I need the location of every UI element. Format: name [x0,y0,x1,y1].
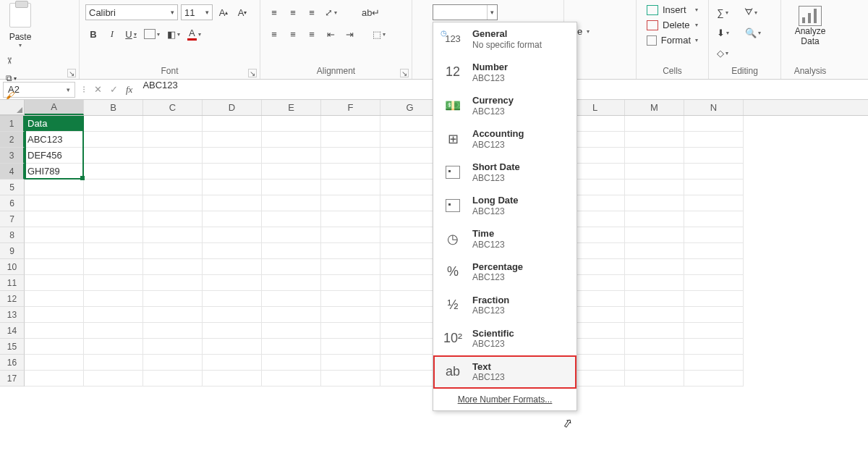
cell-F11[interactable] [321,275,380,291]
cell-D11[interactable] [203,275,262,291]
italic-button[interactable]: I [104,26,120,42]
number-format-option-currency[interactable]: 💵CurrencyABC123 [433,89,576,122]
clear-button[interactable]: ◇ [715,45,731,61]
font-color-button[interactable]: A [185,26,203,42]
cell-B10[interactable] [84,259,143,275]
cell-N15[interactable] [684,339,744,355]
cell-E9[interactable] [262,243,321,259]
cell-C6[interactable] [143,195,203,211]
cancel-edit-button[interactable]: ✕ [90,82,106,98]
cell-A12[interactable] [25,291,84,307]
cell-A10[interactable] [25,259,84,275]
cell-G6[interactable] [380,195,440,211]
cell-D17[interactable] [203,371,262,387]
font-dialog-launcher[interactable]: ↘ [248,69,257,77]
cell-A3[interactable]: DEF456 [25,148,84,164]
wrap-text-button[interactable]: ab↵ [359,4,382,20]
cell-M16[interactable] [625,355,684,371]
cell-N17[interactable] [684,371,744,387]
cell-C7[interactable] [143,211,203,227]
cell-B12[interactable] [84,291,143,307]
cell-C5[interactable] [143,180,203,195]
cell-N1[interactable] [684,116,744,132]
row-header-3[interactable]: 3 [0,148,25,164]
more-number-formats-link[interactable]: More Number Formats... [433,389,576,406]
cell-G1[interactable] [380,116,440,132]
row-header-15[interactable]: 15 [0,339,25,355]
row-header-9[interactable]: 9 [0,243,25,259]
cell-G17[interactable] [380,371,440,387]
cell-G3[interactable] [380,148,440,164]
align-right-button[interactable]: ≡ [304,26,320,42]
cell-E7[interactable] [262,211,321,227]
cell-B8[interactable] [84,227,143,243]
cell-N13[interactable] [684,307,744,323]
cell-A17[interactable] [25,371,84,387]
row-header-8[interactable]: 8 [0,227,25,243]
cell-B3[interactable] [84,148,143,164]
cell-F7[interactable] [321,211,380,227]
cell-F3[interactable] [321,148,380,164]
cell-G15[interactable] [380,339,440,355]
cell-F8[interactable] [321,227,380,243]
cell-M8[interactable] [625,227,684,243]
number-format-option-short-date[interactable]: Short DateABC123 [433,156,576,189]
row-header-12[interactable]: 12 [0,291,25,307]
cell-E15[interactable] [262,339,321,355]
row-header-17[interactable]: 17 [0,371,25,387]
cell-G11[interactable] [380,275,440,291]
underline-button[interactable]: U [123,26,139,42]
number-format-option-long-date[interactable]: Long DateABC123 [433,189,576,222]
find-select-button[interactable]: 🔍 [743,25,763,41]
cell-M1[interactable] [625,116,684,132]
cell-C9[interactable] [143,243,203,259]
cell-E5[interactable] [262,180,321,195]
cell-N7[interactable] [684,211,744,227]
cell-M17[interactable] [625,371,684,387]
number-format-option-number[interactable]: 12NumberABC123 [433,56,576,89]
number-format-option-accounting[interactable]: ⊞AccountingABC123 [433,122,576,156]
row-header-14[interactable]: 14 [0,323,25,339]
cell-G5[interactable] [380,180,440,195]
cell-M2[interactable] [625,132,684,148]
cell-A11[interactable] [25,275,84,291]
cell-B16[interactable] [84,355,143,371]
fx-icon[interactable]: fx [126,84,132,96]
cell-N11[interactable] [684,275,744,291]
cell-E2[interactable] [262,132,321,148]
cell-G2[interactable] [380,132,440,148]
cell-G14[interactable] [380,323,440,339]
cell-B11[interactable] [84,275,143,291]
cell-N16[interactable] [684,355,744,371]
cell-D15[interactable] [203,339,262,355]
number-format-option-text[interactable]: abTextABC123 [433,355,576,389]
cell-B6[interactable] [84,195,143,211]
cell-N12[interactable] [684,291,744,307]
cell-E1[interactable] [262,116,321,132]
cell-C10[interactable] [143,259,203,275]
row-header-5[interactable]: 5 [0,180,25,195]
cell-F17[interactable] [321,371,380,387]
cell-E14[interactable] [262,323,321,339]
column-header-E[interactable]: E [262,100,321,115]
cell-M10[interactable] [625,259,684,275]
align-top-button[interactable]: ≡ [266,4,282,20]
autosum-button[interactable]: ∑ [715,4,731,20]
delete-button[interactable]: Delete▾ [642,18,702,32]
column-header-B[interactable]: B [84,100,143,115]
align-bottom-button[interactable]: ≡ [304,4,320,20]
cell-E11[interactable] [262,275,321,291]
cell-E16[interactable] [262,355,321,371]
cell-E6[interactable] [262,195,321,211]
cell-G13[interactable] [380,307,440,323]
cell-N10[interactable] [684,259,744,275]
number-format-option-fraction[interactable]: ½FractionABC123 [433,289,576,322]
cell-C17[interactable] [143,371,203,387]
number-format-option-scientific[interactable]: 10²ScientificABC123 [433,322,576,355]
cell-E3[interactable] [262,148,321,164]
cell-C4[interactable] [143,164,203,180]
column-header-A[interactable]: A [25,100,84,115]
cell-D16[interactable] [203,355,262,371]
select-all-corner[interactable] [0,100,25,115]
cell-D7[interactable] [203,211,262,227]
